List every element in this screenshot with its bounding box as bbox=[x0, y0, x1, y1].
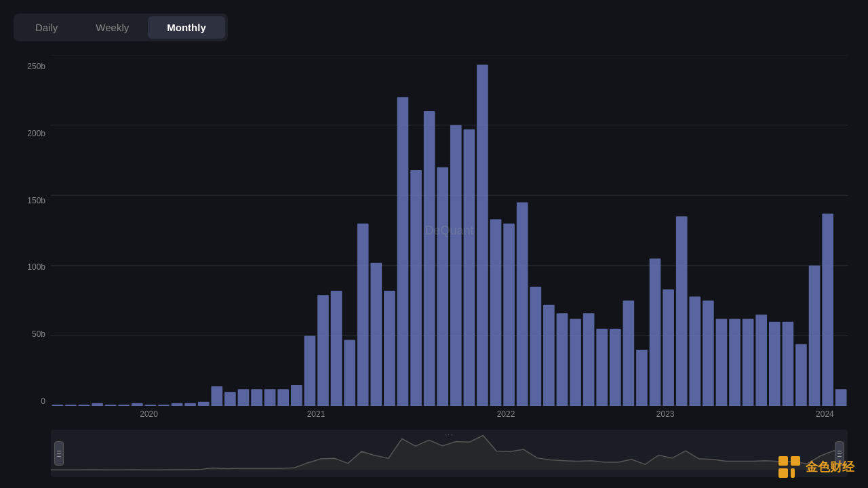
logo-text: 金色财经 bbox=[806, 459, 854, 475]
svg-rect-38 bbox=[477, 65, 488, 406]
svg-rect-6 bbox=[52, 405, 63, 406]
svg-rect-29 bbox=[357, 224, 369, 406]
chart-body: DeQuant 2020 2021 2022 2023 2024 bbox=[51, 55, 848, 426]
logo-icon bbox=[778, 456, 800, 478]
svg-rect-36 bbox=[450, 125, 462, 406]
svg-rect-21 bbox=[251, 389, 262, 406]
svg-rect-50 bbox=[636, 350, 648, 406]
bar-chart-svg bbox=[51, 55, 848, 406]
svg-rect-45 bbox=[570, 319, 581, 406]
svg-rect-64 bbox=[822, 214, 833, 406]
svg-rect-52 bbox=[663, 289, 674, 406]
svg-rect-20 bbox=[238, 389, 250, 406]
svg-rect-61 bbox=[783, 322, 794, 406]
svg-rect-39 bbox=[490, 219, 502, 406]
svg-rect-37 bbox=[464, 129, 475, 406]
svg-rect-34 bbox=[424, 111, 435, 406]
svg-rect-30 bbox=[370, 263, 382, 406]
y-axis: 0 50b 100b 150b 200b 250b bbox=[14, 55, 51, 426]
svg-rect-40 bbox=[503, 224, 515, 406]
svg-rect-26 bbox=[317, 295, 329, 406]
svg-rect-33 bbox=[410, 170, 422, 406]
tab-daily[interactable]: Daily bbox=[16, 16, 77, 39]
scrollbar-area[interactable]: ··· bbox=[51, 430, 848, 477]
svg-rect-53 bbox=[676, 216, 688, 406]
svg-rect-68 bbox=[778, 468, 788, 478]
svg-rect-41 bbox=[517, 203, 528, 406]
svg-rect-22 bbox=[264, 389, 276, 406]
x-label-2020: 2020 bbox=[140, 409, 158, 419]
svg-rect-54 bbox=[689, 296, 701, 406]
svg-rect-25 bbox=[304, 336, 316, 406]
svg-rect-63 bbox=[809, 266, 821, 406]
y-label-0: 0 bbox=[14, 396, 51, 406]
svg-rect-57 bbox=[729, 319, 741, 406]
svg-rect-48 bbox=[610, 329, 621, 406]
chart-area: 0 50b 100b 150b 200b 250b DeQuant 2020 2… bbox=[14, 55, 848, 477]
svg-rect-65 bbox=[835, 389, 847, 406]
svg-rect-42 bbox=[530, 287, 541, 406]
svg-rect-69 bbox=[791, 468, 795, 478]
svg-rect-44 bbox=[557, 313, 568, 406]
svg-rect-28 bbox=[344, 340, 355, 406]
svg-rect-49 bbox=[623, 301, 635, 406]
tab-monthly[interactable]: Monthly bbox=[148, 16, 225, 39]
y-label-50: 50b bbox=[14, 329, 51, 339]
svg-rect-35 bbox=[437, 167, 448, 406]
svg-rect-31 bbox=[384, 291, 395, 406]
tab-weekly[interactable]: Weekly bbox=[77, 16, 148, 39]
svg-rect-23 bbox=[277, 389, 289, 406]
handle-line bbox=[837, 453, 842, 454]
logo: 金色财经 bbox=[778, 456, 854, 478]
svg-rect-56 bbox=[716, 319, 728, 406]
handle-line bbox=[57, 453, 61, 454]
y-label-100: 100b bbox=[14, 262, 51, 272]
grid-and-bars: DeQuant bbox=[51, 55, 848, 406]
handle-line bbox=[57, 456, 61, 457]
svg-rect-47 bbox=[596, 329, 608, 406]
svg-rect-7 bbox=[65, 405, 77, 406]
svg-rect-66 bbox=[778, 456, 788, 466]
svg-rect-55 bbox=[703, 301, 714, 406]
x-label-2021: 2021 bbox=[307, 409, 326, 419]
svg-rect-46 bbox=[583, 313, 595, 406]
y-label-200: 200b bbox=[14, 129, 51, 138]
handle-line bbox=[57, 451, 61, 451]
svg-rect-59 bbox=[755, 314, 767, 406]
svg-rect-43 bbox=[543, 305, 555, 406]
y-label-250: 250b bbox=[14, 62, 51, 71]
svg-rect-32 bbox=[397, 97, 409, 406]
svg-rect-62 bbox=[795, 344, 807, 406]
handle-line bbox=[837, 451, 842, 451]
svg-rect-60 bbox=[769, 322, 781, 406]
svg-rect-58 bbox=[743, 319, 754, 406]
x-label-2023: 2023 bbox=[656, 409, 675, 419]
tab-bar: Daily Weekly Monthly bbox=[14, 14, 228, 41]
y-label-150: 150b bbox=[14, 196, 51, 205]
x-axis: 2020 2021 2022 2023 2024 bbox=[88, 406, 848, 426]
svg-rect-18 bbox=[211, 386, 222, 406]
svg-rect-67 bbox=[791, 456, 800, 466]
svg-rect-51 bbox=[650, 258, 661, 406]
x-label-2022: 2022 bbox=[497, 409, 515, 419]
svg-rect-24 bbox=[291, 385, 302, 406]
mini-chart-svg bbox=[51, 430, 848, 477]
x-label-2024: 2024 bbox=[816, 409, 834, 419]
svg-rect-19 bbox=[224, 392, 236, 406]
scrollbar-handle-left[interactable] bbox=[54, 441, 64, 466]
chart-main: 0 50b 100b 150b 200b 250b DeQuant 2020 2… bbox=[14, 55, 848, 426]
svg-rect-27 bbox=[331, 291, 342, 406]
